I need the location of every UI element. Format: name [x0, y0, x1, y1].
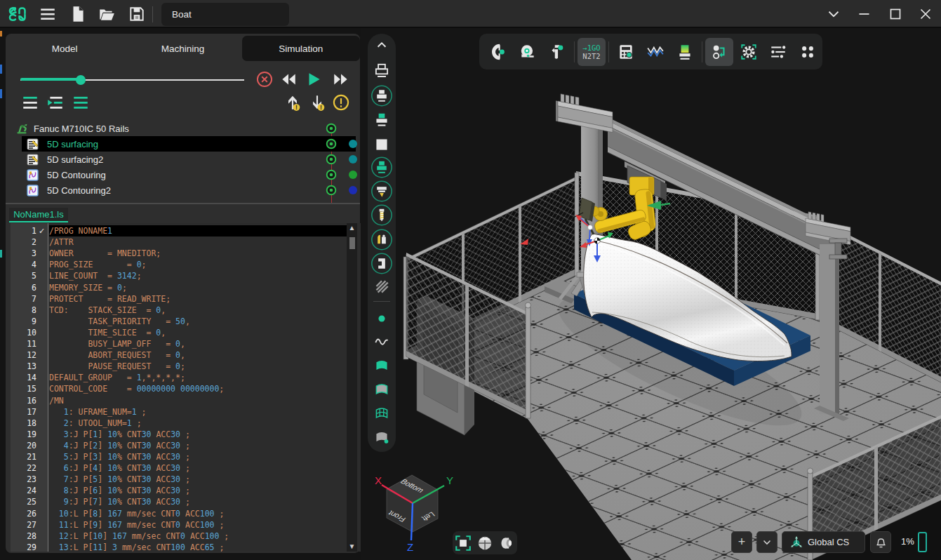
view-cube[interactable]: Bottom Front Left X Y Z [366, 470, 454, 558]
show-mesh[interactable] [371, 402, 393, 425]
open-project[interactable] [95, 3, 118, 25]
scroll-up-icon[interactable]: ▲ [347, 223, 357, 233]
visibility-toggle[interactable] [326, 154, 337, 165]
tree-label: 5D Contouring [47, 170, 106, 180]
list-mode-current[interactable] [46, 93, 65, 112]
calculator-icon [617, 43, 635, 61]
maximize-window[interactable] [880, 0, 911, 28]
line-number: 11 [15, 338, 36, 349]
gcode-label: →1GON2T2 [582, 44, 600, 60]
cs-selector[interactable]: Global CS [782, 531, 865, 553]
visibility-toggle[interactable] [326, 185, 337, 196]
collapse-window[interactable] [818, 0, 849, 28]
show-head[interactable] [371, 156, 393, 178]
show-points[interactable] [371, 307, 393, 330]
list-mode-all[interactable] [72, 93, 90, 112]
show-machine-outline[interactable] [371, 60, 393, 82]
fit-icon [454, 534, 472, 552]
add-cs-button[interactable]: + [731, 531, 752, 553]
contouring-icon [27, 185, 39, 196]
editor-file-tab[interactable]: NoName1.ls [9, 208, 68, 222]
scroll-up[interactable] [371, 34, 393, 56]
measure-tape[interactable] [514, 38, 542, 66]
list-mode-head[interactable] [21, 93, 39, 112]
measure-caliper[interactable] [543, 38, 571, 66]
gcode-mode[interactable]: →1GON2T2 [578, 38, 606, 66]
display-options[interactable] [764, 38, 792, 66]
document-name-field[interactable]: Boat [161, 3, 289, 26]
fit-view[interactable] [454, 534, 472, 552]
show-surfaces[interactable] [371, 354, 393, 377]
view-buttons [453, 531, 517, 554]
gcode-label-top: →1GO [582, 44, 600, 52]
show-shaded[interactable] [371, 378, 393, 401]
status-dot [349, 171, 357, 179]
show-warnings[interactable] [332, 93, 350, 112]
gcode-label-bottom: N2T2 [582, 52, 600, 60]
new-project[interactable] [67, 3, 89, 25]
tree-row[interactable]: 5D surfacing [6, 136, 360, 152]
scrollbar-thumb[interactable] [349, 237, 355, 249]
show-model[interactable] [371, 426, 393, 448]
snap-settings[interactable] [484, 38, 512, 66]
line-number: 14 [15, 372, 36, 383]
show-tool[interactable] [371, 204, 393, 226]
axis-z-label: Z [407, 541, 413, 553]
play-simulation[interactable] [303, 69, 324, 90]
show-workpiece[interactable] [371, 252, 393, 274]
line-number: 26 [15, 508, 36, 519]
line-number: 13 [15, 361, 36, 372]
calculator[interactable] [612, 38, 640, 66]
app-logo-icon[interactable] [8, 5, 27, 23]
show-curves[interactable] [371, 331, 393, 353]
tree-row[interactable]: 5D surfacing2 [6, 152, 360, 167]
stop-simulation[interactable] [254, 69, 275, 90]
code-line: TASK_PRIORITY = 50, [49, 316, 347, 327]
save-project[interactable] [126, 3, 148, 25]
tab-machining[interactable]: Machining [124, 36, 241, 61]
tape-icon [519, 43, 537, 61]
tree-row[interactable]: 5D Contouring [6, 167, 360, 182]
progress-slider-knob[interactable] [76, 75, 86, 85]
visibility-toggle[interactable] [326, 169, 337, 180]
show-fixtures[interactable] [371, 228, 393, 251]
status-dot [349, 186, 357, 194]
cs-list-button[interactable] [756, 531, 778, 553]
code-line: DEFAULT_GROUP = 1,*,*,*,*; [49, 372, 347, 383]
visibility-toggle[interactable] [326, 138, 337, 149]
show-head-teal[interactable] [371, 109, 393, 131]
step-back[interactable] [278, 69, 299, 90]
minimize-window[interactable] [849, 0, 880, 28]
code-line: PROG_SIZE = 0; [49, 259, 347, 270]
camera-view[interactable] [498, 534, 516, 552]
plus-label: + [738, 535, 746, 549]
shaded-view[interactable] [476, 534, 494, 552]
show-tool-holder[interactable] [371, 180, 393, 202]
step-by-step-mode[interactable] [705, 38, 733, 66]
tree-row[interactable]: 5D Contouring2 [6, 182, 360, 198]
show-toolpath[interactable] [371, 275, 393, 298]
editor-scrollbar[interactable]: ▲ ▼ [347, 223, 357, 552]
close-window[interactable] [910, 0, 941, 28]
machining-settings[interactable] [735, 38, 763, 66]
more-apps[interactable] [794, 38, 822, 66]
scroll-down-icon[interactable]: ▼ [347, 542, 357, 552]
code-editor[interactable]: 1✓23456789101112131415161718192021222324… [11, 223, 362, 552]
main-menu[interactable] [36, 3, 59, 25]
previous-warning[interactable]: ! [283, 93, 302, 112]
tab-model[interactable]: Model [6, 36, 124, 61]
step-forward[interactable] [331, 69, 352, 90]
show-workpiece-box[interactable] [371, 133, 393, 156]
viewport-3d[interactable]: →1GON2T2 Bottom Front Left X Y Z + Globa… [361, 28, 941, 560]
next-warning[interactable]: ! [308, 93, 326, 112]
visibility-toggle[interactable] [326, 123, 337, 134]
graphs[interactable] [641, 38, 669, 66]
notifications-button[interactable] [870, 531, 891, 553]
material-removal[interactable] [671, 38, 699, 66]
tree-label: 5D surfacing2 [47, 154, 103, 165]
svg-text:!: ! [320, 104, 322, 111]
code-line: 8:J P[6] 10% CNT30 ACC30 ; [49, 485, 347, 496]
show-machine[interactable] [371, 84, 393, 107]
tree-row[interactable]: Fanuc M710IC 50 Rails [6, 121, 360, 136]
tab-simulation[interactable]: Simulation [242, 36, 360, 61]
